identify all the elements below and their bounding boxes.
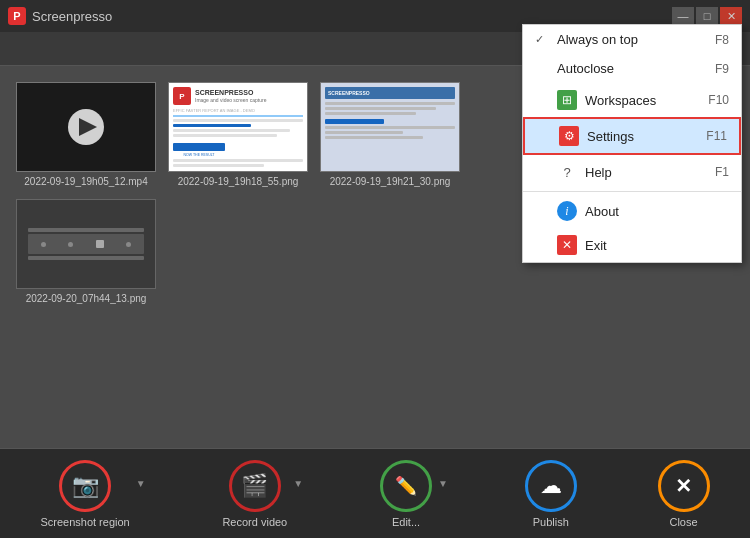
publish-circle: ☁ — [525, 460, 577, 512]
close-icon: ✕ — [675, 474, 692, 498]
publish-group: ☁ Publish — [521, 456, 581, 532]
small-thumb-content — [17, 200, 155, 288]
minimize-button[interactable]: — — [672, 7, 694, 25]
png1-demo-label: EFFIC FASTER REPORT AN IMAGE - DEMO — [173, 108, 303, 113]
png-thumbnail-2[interactable]: SCREENPRESSO — [320, 82, 460, 172]
play-button[interactable] — [68, 109, 104, 145]
publish-label: Publish — [533, 516, 569, 528]
record-video-button[interactable]: 🎬 Record video — [218, 456, 291, 532]
app-icon: P — [8, 7, 26, 25]
edit-icon: ✏️ — [395, 475, 417, 497]
settings-icon: ⚙ — [559, 126, 579, 146]
screenpresso-logo: P — [173, 87, 191, 105]
png1-result-label: NOW THE RESULT — [173, 153, 225, 157]
menu-shortcut-help: F1 — [715, 165, 729, 179]
publish-icon: ☁ — [540, 473, 562, 499]
png1-title: SCREENPRESSO Image and video screen capt… — [195, 89, 266, 103]
small-thumb-wrapper[interactable]: 2022-09-20_07h44_13.png — [16, 199, 156, 304]
menu-shortcut-autoclose: F9 — [715, 62, 729, 76]
menu-label-settings: Settings — [587, 129, 698, 144]
menu-label-workspaces: Workspaces — [585, 93, 700, 108]
list-item[interactable]: P SCREENPRESSO Image and video screen ca… — [168, 82, 308, 187]
bottom-toolbar: 📷 Screenshot region ▼ 🎬 Record video ▼ ✏… — [0, 448, 750, 538]
menu-divider — [523, 191, 741, 192]
png2-body — [325, 102, 455, 139]
close-button[interactable]: ✕ Close — [654, 456, 714, 532]
png2-line — [325, 112, 416, 115]
edit-arrow-icon[interactable]: ▼ — [438, 478, 448, 489]
publish-button[interactable]: ☁ Publish — [521, 456, 581, 532]
help-icon: ? — [557, 162, 577, 182]
png2-header-text: SCREENPRESSO — [328, 90, 370, 96]
dropdown-menu: ✓ Always on top F8 Autoclose F9 ⊞ Worksp… — [522, 24, 742, 263]
screenshot-button[interactable]: 📷 Screenshot region — [36, 456, 133, 532]
menu-item-help[interactable]: ? Help F1 — [523, 155, 741, 189]
menu-item-autoclose[interactable]: Autoclose F9 — [523, 54, 741, 83]
small-controls — [28, 234, 143, 254]
png1-header: P SCREENPRESSO Image and video screen ca… — [173, 87, 303, 106]
screenshot-circle: 📷 — [59, 460, 111, 512]
png2-line — [325, 126, 455, 129]
edit-group: ✏️ Edit... ▼ — [376, 456, 448, 532]
png2-accent — [325, 119, 384, 124]
play-icon — [79, 118, 97, 136]
thumbnail-label: 2022-09-19_19h21_30.png — [330, 176, 451, 187]
thumbnail-label: 2022-09-20_07h44_13.png — [26, 293, 147, 304]
edit-label: Edit... — [392, 516, 420, 528]
edit-button[interactable]: ✏️ Edit... — [376, 456, 436, 532]
video-thumbnail[interactable] — [16, 82, 156, 172]
png1-blue-bar — [173, 124, 251, 127]
title-controls: — □ ✕ — [672, 7, 742, 25]
png2-header: SCREENPRESSO — [325, 87, 455, 99]
screenshot-group: 📷 Screenshot region ▼ — [36, 456, 145, 532]
screenshot-icon: 📷 — [72, 473, 99, 499]
thumbnail-label: 2022-09-19_19h18_55.png — [178, 176, 299, 187]
png2-line — [325, 102, 455, 105]
menu-item-settings[interactable]: ⚙ Settings F11 — [523, 117, 741, 155]
png2-line — [325, 136, 423, 139]
png1-line — [173, 129, 290, 132]
menu-shortcut-always-top: F8 — [715, 33, 729, 47]
menu-label-autoclose: Autoclose — [557, 61, 707, 76]
workspaces-icon: ⊞ — [557, 90, 577, 110]
record-video-icon: 🎬 — [241, 473, 268, 499]
menu-label-help: Help — [585, 165, 707, 180]
menu-check-icon: ✓ — [535, 33, 549, 46]
screenshot-arrow-icon[interactable]: ▼ — [136, 478, 146, 489]
close-group: ✕ Close — [654, 456, 714, 532]
png2-line — [325, 107, 436, 110]
menu-shortcut-workspaces: F10 — [708, 93, 729, 107]
close-label: Close — [669, 516, 697, 528]
record-video-arrow-icon[interactable]: ▼ — [293, 478, 303, 489]
record-video-label: Record video — [222, 516, 287, 528]
menu-item-workspaces[interactable]: ⊞ Workspaces F10 — [523, 83, 741, 117]
thumbnail-label: 2022-09-19_19h05_12.mp4 — [24, 176, 147, 187]
record-video-circle: 🎬 — [229, 460, 281, 512]
png-thumbnail-1[interactable]: P SCREENPRESSO Image and video screen ca… — [168, 82, 308, 172]
small-thumbnail[interactable] — [16, 199, 156, 289]
menu-label-always-top: Always on top — [557, 32, 707, 47]
small-line — [28, 256, 143, 260]
title-left: P Screenpresso — [8, 7, 112, 25]
edit-circle: ✏️ — [380, 460, 432, 512]
list-item[interactable]: 2022-09-19_19h05_12.mp4 — [16, 82, 156, 187]
maximize-button[interactable]: □ — [696, 7, 718, 25]
png1-line — [173, 164, 264, 167]
png1-content: NOW THE RESULT — [173, 119, 303, 167]
png1-line — [173, 134, 277, 137]
png1-line — [173, 159, 303, 162]
menu-shortcut-settings: F11 — [706, 129, 727, 143]
exit-icon: ✕ — [557, 235, 577, 255]
menu-label-about: About — [585, 204, 721, 219]
png2-line — [325, 131, 403, 134]
png1-result-bar — [173, 143, 225, 151]
png1-line — [173, 119, 303, 122]
list-item[interactable]: SCREENPRESSO 2022-09-19_19h21_30.png — [320, 82, 460, 187]
png1-separator — [173, 115, 303, 117]
close-circle: ✕ — [658, 460, 710, 512]
menu-item-about[interactable]: i About — [523, 194, 741, 228]
small-line — [28, 228, 143, 232]
menu-item-always-top[interactable]: ✓ Always on top F8 — [523, 25, 741, 54]
close-window-button[interactable]: ✕ — [720, 7, 742, 25]
menu-item-exit[interactable]: ✕ Exit — [523, 228, 741, 262]
